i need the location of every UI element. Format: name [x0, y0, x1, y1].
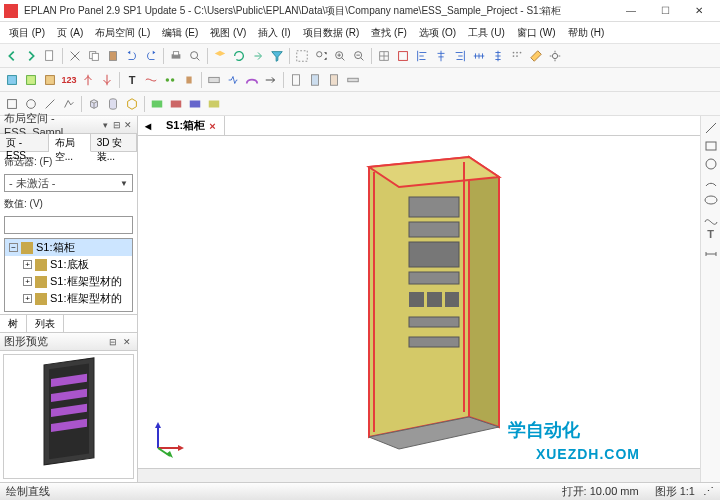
panel-dropdown-icon[interactable]: ▾	[101, 119, 110, 131]
rt-dim-icon[interactable]	[703, 246, 719, 262]
part-icon[interactable]	[205, 71, 223, 89]
align-r-icon[interactable]	[451, 47, 469, 65]
line-icon[interactable]	[41, 95, 59, 113]
collapse-icon[interactable]: −	[9, 243, 18, 252]
tree-item[interactable]: +S1:框架型材的	[5, 290, 132, 307]
maximize-button[interactable]: ☐	[648, 1, 682, 21]
cube-icon[interactable]	[85, 95, 103, 113]
tab-layout[interactable]: 布局空...	[49, 134, 91, 152]
zoom-out-icon[interactable]	[350, 47, 368, 65]
menu-edit[interactable]: 编辑 (E)	[157, 24, 203, 42]
refresh-icon[interactable]	[230, 47, 248, 65]
plug-icon[interactable]	[180, 71, 198, 89]
menu-page[interactable]: 页 (A)	[52, 24, 88, 42]
measure-icon[interactable]	[527, 47, 545, 65]
grid-icon[interactable]	[375, 47, 393, 65]
menu-find[interactable]: 查找 (F)	[366, 24, 412, 42]
gear-icon[interactable]	[546, 47, 564, 65]
text-icon[interactable]: T	[123, 71, 141, 89]
tab-3d[interactable]: 3D 安装...	[91, 134, 137, 151]
menu-data[interactable]: 项目数据 (R)	[298, 24, 365, 42]
paste-icon[interactable]	[104, 47, 122, 65]
tab-page[interactable]: 页 - ESS...	[0, 134, 49, 151]
undo-icon[interactable]	[123, 47, 141, 65]
wire-icon[interactable]	[142, 71, 160, 89]
cab3-icon[interactable]	[325, 71, 343, 89]
snap-icon[interactable]	[394, 47, 412, 65]
prev-icon[interactable]	[3, 47, 21, 65]
poly-icon[interactable]	[60, 95, 78, 113]
view4-icon[interactable]	[205, 95, 223, 113]
filter-select[interactable]: - 未激活 - ▼	[4, 174, 133, 192]
expand-icon[interactable]: +	[23, 277, 32, 286]
copy-icon[interactable]	[85, 47, 103, 65]
zoom-in-icon[interactable]	[331, 47, 349, 65]
forward-icon[interactable]	[249, 47, 267, 65]
dist-h-icon[interactable]	[470, 47, 488, 65]
iso-icon[interactable]	[123, 95, 141, 113]
grid2-icon[interactable]	[508, 47, 526, 65]
cyl-icon[interactable]	[104, 95, 122, 113]
tool-e-icon[interactable]	[79, 71, 97, 89]
panel-pin-icon[interactable]: ⊟	[112, 119, 121, 131]
tree-item[interactable]: −S1:箱柜	[5, 239, 132, 256]
align-c-icon[interactable]	[432, 47, 450, 65]
cab1-icon[interactable]	[287, 71, 305, 89]
print-icon[interactable]	[167, 47, 185, 65]
view3-icon[interactable]	[186, 95, 204, 113]
expand-icon[interactable]: +	[23, 294, 32, 303]
value-input[interactable]	[4, 216, 133, 234]
menu-tools[interactable]: 工具 (U)	[463, 24, 510, 42]
menu-layout[interactable]: 布局空间 (L)	[90, 24, 155, 42]
menu-options[interactable]: 选项 (O)	[414, 24, 461, 42]
symbol-icon[interactable]	[224, 71, 242, 89]
tree[interactable]: −S1:箱柜 +S1:底板 +S1:框架型材的 +S1:框架型材的	[4, 238, 133, 312]
tool-f-icon[interactable]	[98, 71, 116, 89]
square-icon[interactable]	[3, 95, 21, 113]
rt-ellipse-icon[interactable]	[703, 192, 719, 208]
tree-item[interactable]: +S1:框架型材的	[5, 273, 132, 290]
canvas-tab[interactable]: S1:箱柜 ×	[158, 116, 225, 135]
menu-insert[interactable]: 插入 (I)	[253, 24, 295, 42]
preview-viewport[interactable]	[3, 354, 134, 479]
align-l-icon[interactable]	[413, 47, 431, 65]
zoom-fit-icon[interactable]	[312, 47, 330, 65]
rt-text-icon[interactable]: T	[703, 228, 719, 244]
circle-icon[interactable]	[22, 95, 40, 113]
preview-pin-icon[interactable]: ⊟	[107, 336, 119, 348]
filter-icon[interactable]	[268, 47, 286, 65]
tree-item[interactable]: +S1:底板	[5, 256, 132, 273]
tool-c-icon[interactable]	[41, 71, 59, 89]
tool-a-icon[interactable]	[3, 71, 21, 89]
view1-icon[interactable]	[148, 95, 166, 113]
close-button[interactable]: ✕	[682, 1, 716, 21]
rt-rect-icon[interactable]	[703, 138, 719, 154]
tool-b-icon[interactable]	[22, 71, 40, 89]
cab2-icon[interactable]	[306, 71, 324, 89]
next-icon[interactable]	[22, 47, 40, 65]
tab-list[interactable]: 列表	[27, 315, 64, 332]
menu-project[interactable]: 项目 (P)	[4, 24, 50, 42]
preview-close-icon[interactable]: ✕	[121, 336, 133, 348]
viewport-3d[interactable]: 学自动化 XUEZDH.COM	[138, 136, 700, 468]
menu-help[interactable]: 帮助 (H)	[563, 24, 610, 42]
panel-close-icon[interactable]: ✕	[124, 119, 133, 131]
redo-icon[interactable]	[142, 47, 160, 65]
rt-arc-icon[interactable]	[703, 174, 719, 190]
rt-circle-icon[interactable]	[703, 156, 719, 172]
conn-icon[interactable]	[161, 71, 179, 89]
menu-view[interactable]: 视图 (V)	[205, 24, 251, 42]
cut-icon[interactable]	[66, 47, 84, 65]
layer-icon[interactable]	[211, 47, 229, 65]
h-scrollbar[interactable]	[138, 468, 700, 482]
search-icon[interactable]	[186, 47, 204, 65]
cable-icon[interactable]	[243, 71, 261, 89]
view2-icon[interactable]	[167, 95, 185, 113]
rt-spline-icon[interactable]	[703, 210, 719, 226]
zoom-win-icon[interactable]	[293, 47, 311, 65]
tab-nav-left-icon[interactable]: ◄	[138, 120, 158, 132]
rail-icon[interactable]	[344, 71, 362, 89]
arrow-icon[interactable]	[262, 71, 280, 89]
tool-d-icon[interactable]: 123	[60, 71, 78, 89]
tab-tree[interactable]: 树	[0, 315, 27, 332]
